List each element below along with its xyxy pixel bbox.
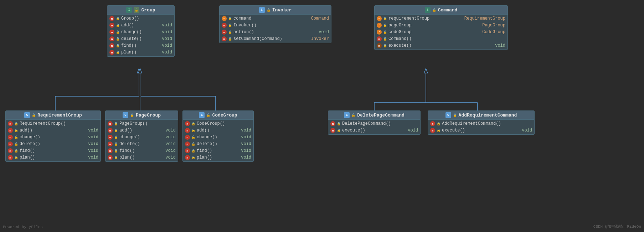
field-icon: f <box>377 30 382 35</box>
member-name: pageGroup <box>388 23 477 28</box>
group-body: m 🔒 Group() m 🔒 add() void m 🔒 change() … <box>107 15 174 56</box>
table-row: m 🔒 plan() void <box>107 49 174 56</box>
rg-icon: C <box>24 112 30 118</box>
method-icon: m <box>377 43 382 48</box>
class-pagegroup: C 🔒 PageGroup m 🔒 PageGroup() m 🔒 add() … <box>105 110 178 162</box>
member-name: add() <box>197 128 236 133</box>
method-icon: m <box>8 121 13 126</box>
member-type: void <box>237 141 251 146</box>
lock-icon: 🔒 <box>14 122 18 126</box>
table-row: m 🔒 action() void <box>220 29 331 36</box>
table-row: f 🔒 pageGroup PageGroup <box>375 22 508 29</box>
table-row: m 🔒 add() void <box>107 22 174 29</box>
table-row: m 🔒 change() void <box>6 134 101 141</box>
watermark-right: CSDN @加把劲骑士RideOn <box>593 224 641 229</box>
member-type: void <box>237 135 251 140</box>
arc-title: AddRequirementCommand <box>459 113 517 118</box>
lock-icon: 🔒 <box>351 113 355 117</box>
method-icon: m <box>330 128 335 133</box>
member-type: void <box>315 30 329 35</box>
lock-icon: 🔒 <box>267 8 271 12</box>
lock-icon: 🔒 <box>14 156 18 160</box>
table-row: m 🔒 plan() void <box>6 154 101 161</box>
command-icon: I <box>425 7 431 13</box>
method-icon: m <box>8 141 13 146</box>
class-addrequirementcommand: C 🔒 AddRequirementCommand m 🔒 AddRequire… <box>428 110 535 135</box>
class-invoker-header: C 🔒 Invoker <box>220 6 331 15</box>
invoker-body: f 🔒 command Command m 🔒 Invoker() m 🔒 ac… <box>220 15 331 43</box>
member-type: RequirementGroup <box>461 16 505 21</box>
lock-icon: 🔒 <box>383 44 387 48</box>
lock-icon: 🔒 <box>191 135 195 139</box>
table-row: m 🔒 delete() void <box>105 141 178 148</box>
method-icon: m <box>185 128 190 133</box>
arc-body: m 🔒 AddRequirementCommand() m 🔒 execute(… <box>428 120 534 134</box>
table-row: m 🔒 add() void <box>105 127 178 134</box>
field-icon: f <box>377 16 382 21</box>
lock-icon: 🔒 <box>228 17 232 21</box>
table-row: m 🔒 execute() void <box>428 127 534 134</box>
member-name: execute() <box>388 43 490 48</box>
member-name: action() <box>233 30 314 35</box>
member-type: void <box>162 135 176 140</box>
member-name: change() <box>121 30 157 35</box>
lock-icon: 🔒 <box>191 142 195 146</box>
member-name: Command() <box>388 36 505 41</box>
lock-icon: 🔒 <box>191 156 195 160</box>
method-icon: m <box>109 50 114 55</box>
member-name: execute() <box>442 128 517 133</box>
svg-marker-3 <box>137 68 141 73</box>
command-title: Command <box>438 7 458 13</box>
member-type: CodeGroup <box>479 30 505 35</box>
member-name: delete() <box>20 141 83 146</box>
member-name: Invoker() <box>233 23 329 28</box>
cg-body: m 🔒 CodeGroup() m 🔒 add() void m 🔒 chang… <box>183 120 253 161</box>
member-name: delete() <box>119 141 160 146</box>
invoker-icon: C <box>259 7 265 13</box>
watermark-left: Powered by yFiles <box>3 225 43 229</box>
member-type: void <box>162 155 176 160</box>
lock-icon: 🔒 <box>116 30 120 34</box>
member-name: add() <box>121 23 157 28</box>
table-row: m 🔒 find() void <box>183 148 253 154</box>
class-arc-header: C 🔒 AddRequirementCommand <box>428 111 534 120</box>
lock-icon: 🔒 <box>14 149 18 153</box>
member-type: void <box>158 23 172 28</box>
lock-icon: 🔒 <box>383 24 387 27</box>
member-name: codeGroup <box>388 30 477 35</box>
table-row: m 🔒 find() void <box>105 148 178 154</box>
method-icon: m <box>108 128 113 133</box>
lock-icon: 🔒 <box>114 122 118 126</box>
member-name: add() <box>20 128 83 133</box>
svg-marker-12 <box>424 68 428 73</box>
lock-icon: 🔒 <box>383 37 387 41</box>
arc-icon: C <box>445 112 451 118</box>
member-type: void <box>84 135 98 140</box>
method-icon: m <box>8 148 13 153</box>
lock-icon: 🔒 <box>337 129 341 133</box>
method-icon: m <box>430 128 435 133</box>
lock-icon: 🔒 <box>116 51 120 55</box>
member-type: Command <box>308 16 329 21</box>
member-name: change() <box>20 135 83 140</box>
member-type: void <box>84 128 98 133</box>
pg-body: m 🔒 PageGroup() m 🔒 add() void m 🔒 chang… <box>105 120 178 161</box>
lock-icon: 🔒 <box>437 122 441 126</box>
lock-icon: 🔒 <box>191 129 195 133</box>
member-type: void <box>84 148 98 153</box>
lock-icon: 🔒 <box>383 30 387 34</box>
method-icon: m <box>109 16 114 21</box>
member-type: void <box>518 128 532 133</box>
lock-icon: 🔒 <box>206 113 210 117</box>
rg-body: m 🔒 RequirementGroup() m 🔒 add() void m … <box>6 120 101 161</box>
table-row: f 🔒 command Command <box>220 15 331 22</box>
method-icon: m <box>108 148 113 153</box>
lock-icon: 🔒 <box>453 113 457 117</box>
rg-title: RequirementGroup <box>37 113 82 118</box>
method-icon: m <box>108 141 113 146</box>
table-row: m 🔒 CodeGroup() <box>183 120 253 127</box>
pg-title: PageGroup <box>136 113 161 118</box>
lock-icon: 🔒 <box>116 24 120 27</box>
method-icon: m <box>8 128 13 133</box>
table-row: m 🔒 add() void <box>183 127 253 134</box>
